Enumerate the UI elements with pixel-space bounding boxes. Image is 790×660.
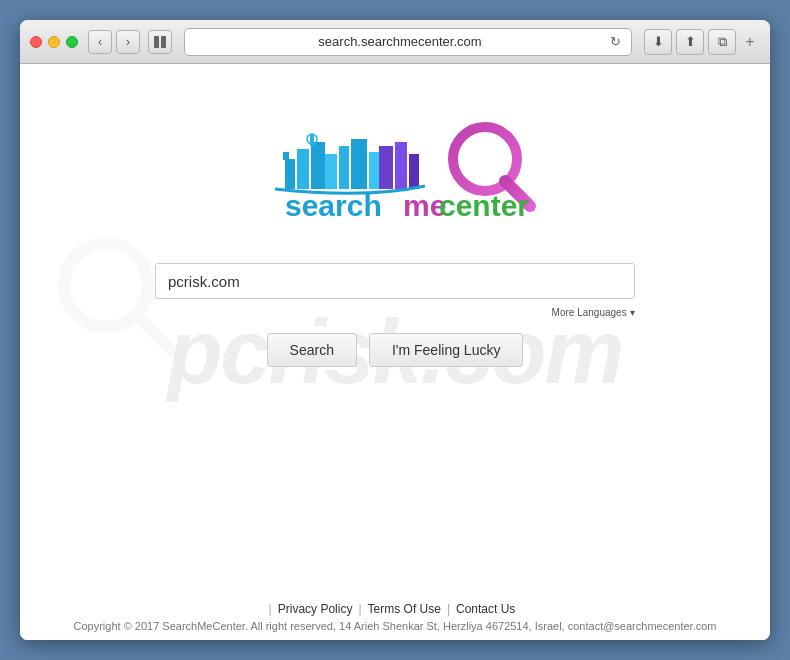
footer-link-terms[interactable]: Terms Of Use — [362, 602, 447, 616]
search-input-wrapper — [155, 263, 635, 299]
add-tab-button[interactable]: + — [740, 29, 760, 55]
svg-rect-9 — [339, 146, 349, 189]
download-button[interactable]: ⬇ — [644, 29, 672, 55]
reader-button[interactable] — [148, 30, 172, 54]
footer-links: | Privacy Policy | Terms Of Use | Contac… — [36, 602, 754, 616]
svg-text:search: search — [285, 189, 382, 222]
toolbar-right: ⬇ ⬆ ⧉ — [644, 29, 736, 55]
page-footer: | Privacy Policy | Terms Of Use | Contac… — [20, 594, 770, 640]
browser-window: ‹ › ↻ ⬇ ⬆ ⧉ + pcrisk.com — [20, 20, 770, 640]
page-content: pcrisk.com — [20, 64, 770, 640]
svg-rect-16 — [409, 154, 419, 189]
svg-point-2 — [64, 243, 148, 327]
reload-button[interactable]: ↻ — [607, 34, 623, 50]
minimize-button[interactable] — [48, 36, 60, 48]
traffic-lights — [30, 36, 78, 48]
search-input[interactable] — [155, 263, 635, 299]
title-bar: ‹ › ↻ ⬇ ⬆ ⧉ + — [20, 20, 770, 64]
svg-rect-14 — [379, 146, 393, 189]
svg-rect-0 — [154, 36, 159, 48]
search-area: More Languages ▾ Search I'm Feeling Luck… — [155, 263, 635, 367]
svg-rect-10 — [351, 139, 367, 189]
close-button[interactable] — [30, 36, 42, 48]
search-buttons: Search I'm Feeling Lucky — [267, 333, 524, 367]
more-languages[interactable]: More Languages ▾ — [552, 305, 635, 319]
search-button[interactable]: Search — [267, 333, 357, 367]
footer-link-contact[interactable]: Contact Us — [450, 602, 521, 616]
maximize-button[interactable] — [66, 36, 78, 48]
svg-rect-6 — [297, 149, 309, 189]
forward-button[interactable]: › — [116, 30, 140, 54]
svg-point-18 — [463, 137, 507, 181]
svg-text:center: center — [439, 189, 529, 222]
footer-link-privacy[interactable]: Privacy Policy — [272, 602, 359, 616]
svg-rect-5 — [283, 152, 289, 160]
svg-rect-1 — [161, 36, 166, 48]
svg-rect-11 — [369, 152, 379, 189]
address-bar[interactable] — [193, 34, 607, 49]
nav-buttons: ‹ › — [88, 30, 140, 54]
footer-copyright: Copyright © 2017 SearchMeCenter. All rig… — [36, 620, 754, 632]
more-languages-label: More Languages — [552, 307, 627, 318]
address-bar-container: ↻ — [184, 28, 632, 56]
more-languages-arrow: ▾ — [630, 307, 635, 318]
logo-container: search me center — [225, 104, 565, 238]
back-button[interactable]: ‹ — [88, 30, 112, 54]
svg-rect-8 — [325, 154, 337, 189]
logo-svg: search me center — [225, 104, 565, 234]
share-button[interactable]: ⬆ — [676, 29, 704, 55]
tabs-button[interactable]: ⧉ — [708, 29, 736, 55]
svg-rect-15 — [395, 142, 407, 189]
svg-rect-4 — [285, 159, 295, 189]
svg-rect-7 — [311, 142, 325, 189]
feeling-lucky-button[interactable]: I'm Feeling Lucky — [369, 333, 524, 367]
